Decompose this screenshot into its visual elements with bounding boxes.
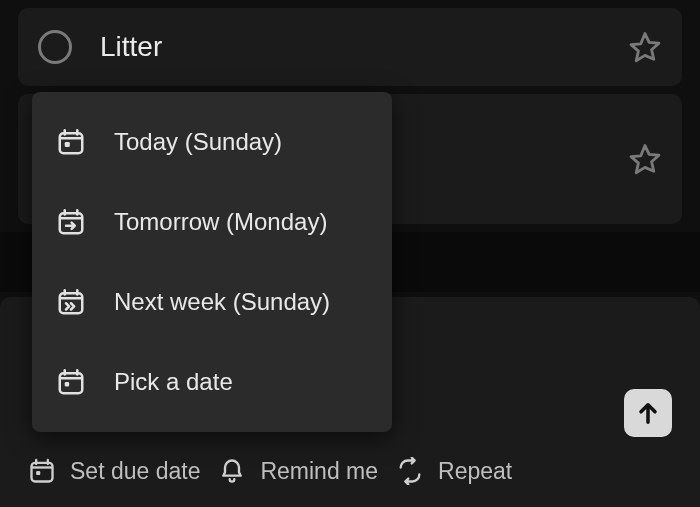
due-today-item[interactable]: Today (Sunday) [32, 102, 392, 182]
bell-icon [218, 457, 246, 485]
set-due-date-button[interactable]: Set due date [28, 457, 200, 485]
popup-item-label: Next week (Sunday) [114, 288, 330, 316]
toolbar-label: Repeat [438, 458, 512, 485]
star-icon[interactable] [628, 142, 662, 176]
due-next-week-item[interactable]: Next week (Sunday) [32, 262, 392, 342]
submit-button[interactable] [624, 389, 672, 437]
remind-me-button[interactable]: Remind me [218, 457, 378, 485]
toolbar-label: Set due date [70, 458, 200, 485]
calendar-icon [28, 457, 56, 485]
calendar-icon [56, 367, 86, 397]
task-options-toolbar: Set due date Remind me Repeat [28, 447, 672, 495]
due-date-popup: Today (Sunday) Tomorrow (Monday) Next we… [32, 92, 392, 432]
due-tomorrow-item[interactable]: Tomorrow (Monday) [32, 182, 392, 262]
task-row[interactable]: Litter [18, 8, 682, 86]
task-checkbox[interactable] [38, 30, 72, 64]
calendar-today-icon [56, 127, 86, 157]
popup-item-label: Tomorrow (Monday) [114, 208, 327, 236]
popup-item-label: Today (Sunday) [114, 128, 282, 156]
repeat-icon [396, 457, 424, 485]
toolbar-label: Remind me [260, 458, 378, 485]
calendar-forward-icon [56, 287, 86, 317]
repeat-button[interactable]: Repeat [396, 457, 512, 485]
pick-a-date-item[interactable]: Pick a date [32, 342, 392, 422]
popup-item-label: Pick a date [114, 368, 233, 396]
calendar-arrow-icon [56, 207, 86, 237]
star-icon[interactable] [628, 30, 662, 64]
task-title: Litter [100, 31, 162, 63]
